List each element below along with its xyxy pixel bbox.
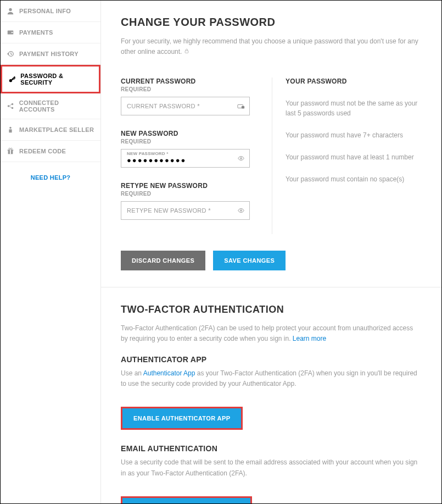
svg-point-5 — [8, 105, 10, 107]
page-title: CHANGE YOUR PASSWORD — [121, 16, 422, 29]
svg-rect-17 — [242, 106, 244, 108]
learn-more-link[interactable]: Learn more — [293, 335, 326, 342]
eye-icon[interactable] — [237, 154, 245, 162]
enable-authenticator-app-button[interactable]: ENABLE AUTHENTICATOR APP — [121, 407, 243, 430]
form-fields: CURRENT PASSWORD REQUIRED NEW PASSWORD R… — [121, 77, 250, 234]
gift-icon — [6, 147, 15, 156]
password-rule: Your password must not be the same as yo… — [286, 98, 422, 118]
svg-point-19 — [240, 209, 242, 211]
key-icon — [8, 75, 16, 84]
sidebar-item-label: PAYMENTS — [19, 29, 53, 36]
sidebar-item-payment-history[interactable]: PAYMENT HISTORY — [1, 43, 100, 65]
current-password-wrap — [121, 97, 250, 115]
enable-email-authentication-button[interactable]: ENABLE EMAIL AUTHENTICATION — [121, 496, 252, 503]
main-content: CHANGE YOUR PASSWORD For your security, … — [101, 1, 441, 503]
form-actions: DISCARD CHANGES SAVE CHANGES — [121, 251, 422, 270]
password-info: YOUR PASSWORD Your password must not be … — [272, 77, 422, 234]
auth-app-desc: Use an Authenticator App as your Two-Fac… — [121, 368, 422, 389]
svg-rect-15 — [185, 51, 188, 53]
retype-password-group: RETYPE NEW PASSWORD REQUIRED — [121, 182, 250, 220]
share-icon — [6, 102, 15, 110]
new-password-input[interactable] — [127, 156, 233, 164]
password-form: CURRENT PASSWORD REQUIRED NEW PASSWORD R… — [121, 77, 422, 234]
sidebar-item-payments[interactable]: PAYMENTS — [1, 22, 100, 43]
sidebar-item-marketplace-seller[interactable]: MARKETPLACE SELLER — [1, 119, 100, 141]
svg-point-18 — [240, 157, 242, 159]
save-button[interactable]: SAVE CHANGES — [213, 251, 286, 270]
keyboard-icon[interactable] — [237, 102, 245, 110]
divider — [101, 287, 441, 287]
sidebar-item-label: MARKETPLACE SELLER — [19, 126, 94, 133]
sidebar-item-password-security[interactable]: PASSWORD & SECURITY — [1, 65, 100, 93]
floating-label: NEW PASSWORD * — [127, 151, 169, 156]
authenticator-app-link[interactable]: Authenticator App — [143, 369, 195, 377]
current-password-group: CURRENT PASSWORD REQUIRED — [121, 77, 250, 115]
retype-password-label: RETYPE NEW PASSWORD — [121, 182, 250, 190]
auth-app-title: AUTHENTICATOR APP — [121, 355, 422, 364]
svg-rect-9 — [9, 129, 12, 132]
sidebar-item-label: PERSONAL INFO — [19, 8, 71, 14]
current-password-label: CURRENT PASSWORD — [121, 77, 250, 85]
sidebar-item-connected-accounts[interactable]: CONNECTED ACCOUNTS — [1, 93, 100, 119]
sidebar-item-label: REDEEM CODE — [19, 148, 66, 154]
svg-point-6 — [12, 103, 14, 106]
person-icon — [6, 7, 15, 15]
svg-point-14 — [10, 148, 12, 149]
password-rule: Your password must have at least 1 numbe… — [286, 152, 422, 162]
password-rule: Your password must have 7+ characters — [286, 130, 422, 140]
wallet-icon — [6, 28, 15, 37]
email-auth-desc: Use a security code that will be sent to… — [121, 457, 422, 478]
current-password-input[interactable] — [127, 103, 233, 109]
twofa-desc: Two-Factor Authentication (2FA) can be u… — [121, 323, 422, 344]
sidebar: PERSONAL INFO PAYMENTS PAYMENT HISTORY P… — [1, 1, 101, 503]
required-hint: REQUIRED — [121, 191, 250, 197]
lock-icon — [184, 47, 189, 57]
seller-icon — [6, 125, 15, 134]
sidebar-item-label: CONNECTED ACCOUNTS — [19, 99, 95, 113]
required-hint: REQUIRED — [121, 86, 250, 92]
password-info-title: YOUR PASSWORD — [286, 77, 422, 85]
new-password-wrap: NEW PASSWORD * — [121, 149, 250, 168]
svg-rect-2 — [12, 32, 13, 33]
twofa-title: TWO-FACTOR AUTHENTICATION — [121, 304, 422, 315]
password-rule: Your password must contain no space(s) — [286, 174, 422, 184]
eye-icon[interactable] — [237, 207, 245, 214]
svg-rect-12 — [10, 149, 11, 154]
sidebar-item-personal-info[interactable]: PERSONAL INFO — [1, 1, 100, 22]
sidebar-item-label: PASSWORD & SECURITY — [20, 73, 93, 86]
svg-point-0 — [9, 8, 12, 11]
new-password-label: NEW PASSWORD — [121, 130, 250, 137]
svg-point-13 — [9, 148, 10, 149]
new-password-group: NEW PASSWORD REQUIRED NEW PASSWORD * — [121, 130, 250, 168]
retype-password-input[interactable] — [127, 207, 233, 214]
svg-point-7 — [12, 107, 14, 109]
email-auth-title: EMAIL AUTHENTICATION — [121, 444, 422, 453]
sidebar-item-redeem-code[interactable]: REDEEM CODE — [1, 141, 100, 162]
history-icon — [6, 49, 15, 58]
sidebar-item-label: PAYMENT HISTORY — [19, 51, 79, 57]
svg-point-8 — [9, 127, 12, 129]
retype-password-wrap — [121, 201, 250, 220]
need-help-link[interactable]: NEED HELP? — [1, 162, 100, 193]
discard-button[interactable]: DISCARD CHANGES — [121, 251, 205, 270]
page-subtitle: For your security, we highly recommend t… — [121, 36, 422, 58]
required-hint: REQUIRED — [121, 139, 250, 145]
